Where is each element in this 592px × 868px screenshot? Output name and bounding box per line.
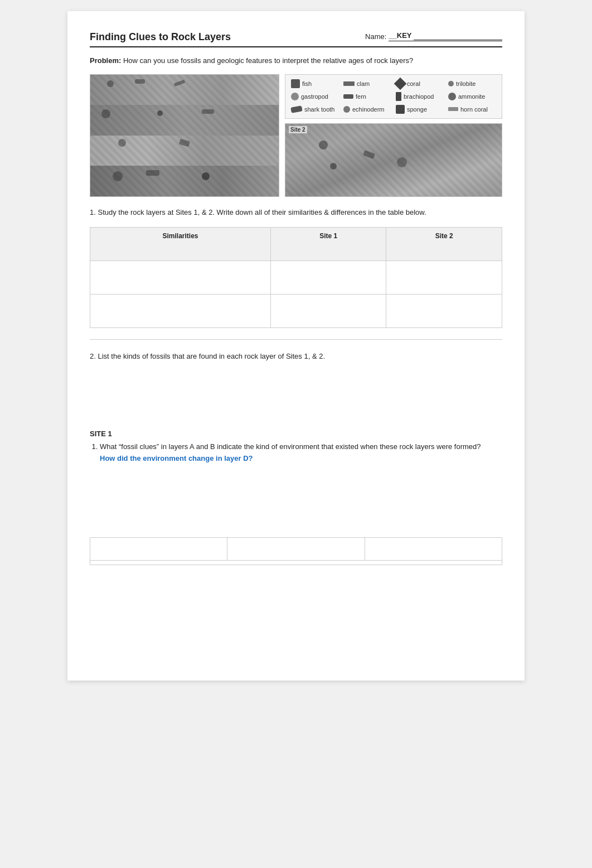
- key-item-2: coral: [396, 78, 444, 89]
- bottom-table-cell-3: [365, 538, 502, 560]
- table-section: Similarities Site 1 Site 2: [90, 227, 502, 328]
- key-item-1: clam: [343, 78, 391, 89]
- page-title: Finding Clues to Rock Layers: [90, 31, 231, 43]
- key-item-6: brachiopod: [396, 91, 444, 102]
- table-cell-s1-1: [271, 261, 386, 295]
- rock-layers-left: [90, 75, 279, 196]
- rock-layer-2: [90, 105, 279, 136]
- problem-label: Problem:: [90, 56, 121, 65]
- question1-text: Study the rock layers at Sites 1, & 2. W…: [98, 208, 426, 216]
- problem-statement: Problem: How can you use fossils and geo…: [90, 55, 502, 66]
- image-right-container: fish clam coral trilobite gastropod: [285, 74, 502, 197]
- image-container: fish clam coral trilobite gastropod: [90, 74, 502, 197]
- page: Finding Clues to Rock Layers Name: __KEY…: [67, 11, 525, 681]
- question2-number: 2.: [90, 352, 96, 360]
- table-row-1: [90, 261, 502, 295]
- answer-space-site1-q1: [90, 470, 502, 526]
- page-header: Finding Clues to Rock Layers Name: __KEY…: [90, 31, 502, 47]
- table-col-similarities: Similarities: [90, 228, 271, 261]
- site1-question1-item: What “fossil clues” in layers A and B in…: [100, 441, 502, 465]
- site1-question1-text: What “fossil clues” in layers A and B in…: [100, 442, 481, 451]
- table-cell-s1-2: [271, 295, 386, 328]
- site2-label: Site 2: [289, 126, 307, 133]
- key-item-4: gastropod: [291, 91, 339, 102]
- bottom-table-row-1: [90, 538, 502, 561]
- table-cell-sim-1: [90, 261, 271, 295]
- key-item-8: shark tooth: [291, 104, 339, 115]
- site1-image: [90, 74, 279, 197]
- key-item-10: sponge: [396, 104, 444, 115]
- site1-questions: What “fossil clues” in layers A and B in…: [100, 441, 502, 465]
- question2: 2. List the kinds of fossils that are fo…: [90, 351, 502, 363]
- site1-question1-highlight: How did the environment change in layer …: [100, 454, 253, 462]
- key-item-7: ammonite: [448, 91, 496, 102]
- key-area: fish clam coral trilobite gastropod: [285, 74, 502, 119]
- site1-heading: SITE 1: [90, 430, 502, 438]
- table-cell-sim-2: [90, 295, 271, 328]
- comparison-table: Similarities Site 1 Site 2: [90, 227, 502, 328]
- bottom-table-area: [90, 537, 502, 565]
- table-col-site2: Site 2: [386, 228, 502, 261]
- question1-number: 1.: [90, 208, 96, 216]
- key-item-11: horn coral: [448, 104, 496, 115]
- answer-space-q2: [90, 368, 502, 424]
- table-row-2: [90, 295, 502, 328]
- question1: 1. Study the rock layers at Sites 1, & 2…: [90, 207, 502, 219]
- site2-image: Site 2: [285, 123, 502, 197]
- key-item-9: echinoderm: [343, 104, 391, 115]
- section-divider-1: [90, 339, 502, 340]
- rock-layer-4: [90, 166, 279, 196]
- rock-layer-3: [90, 136, 279, 166]
- name-value: __KEY ______________________: [389, 31, 502, 41]
- rock-layer-1: [90, 75, 279, 105]
- key-item-3: trilobite: [448, 78, 496, 89]
- problem-text: How can you use fossils and geologic fea…: [123, 56, 413, 65]
- bottom-table-cell-2: [227, 538, 365, 560]
- name-line: Name: __KEY ______________________: [365, 31, 502, 41]
- table-col-site1: Site 1: [271, 228, 386, 261]
- table-cell-s2-1: [386, 261, 502, 295]
- question2-text: List the kinds of fossils that are found…: [98, 352, 325, 360]
- key-item-0: fish: [291, 78, 339, 89]
- table-cell-s2-2: [386, 295, 502, 328]
- name-label: Name:: [365, 32, 386, 41]
- key-item-5: fern: [343, 91, 391, 102]
- bottom-table-cell-1: [90, 538, 227, 560]
